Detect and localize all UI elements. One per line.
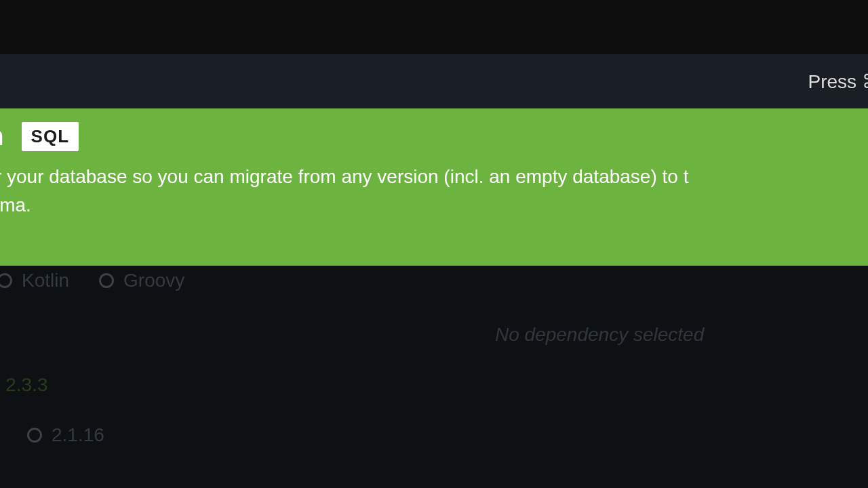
form-area: Kotlin Groovy No dependency selected OT)… (0, 266, 868, 488)
modal-dim-overlay (0, 266, 868, 488)
dependency-description-line2: schema. (0, 195, 31, 216)
version-radio-row-1: OT) 2.3.3 (0, 374, 48, 396)
radio-groovy[interactable]: Groovy (99, 270, 184, 291)
window-topbar (0, 0, 868, 54)
dependency-banner[interactable]: ration SQL ol for your database so you c… (0, 108, 868, 266)
radio-version-2-3-3[interactable]: 2.3.3 (0, 374, 48, 396)
radio-label: Groovy (123, 270, 184, 291)
radio-icon (99, 273, 114, 288)
radio-label: 2.1.16 (52, 424, 104, 446)
radio-label: 2.3.3 (5, 374, 47, 396)
radio-label: Kotlin (22, 270, 69, 291)
language-radio-row: Kotlin Groovy (0, 270, 184, 291)
dependency-description-line1: ol for your database so you can migrate … (0, 166, 688, 187)
radio-kotlin[interactable]: Kotlin (0, 270, 69, 291)
no-dependency-text: No dependency selected (495, 324, 704, 346)
dependency-description: ol for your database so you can migrate … (0, 163, 868, 220)
keyboard-hint: Press ⌘ fo (808, 70, 868, 93)
dependency-title: ration (0, 122, 4, 151)
radio-icon (27, 428, 42, 443)
dependency-tag-sql: SQL (22, 122, 79, 151)
radio-version-2-1-16[interactable]: 2.1.16 (27, 424, 104, 446)
radio-icon (0, 273, 12, 288)
hint-bar: Press ⌘ fo (0, 54, 868, 108)
version-radio-row-2: 2.1.16 (27, 424, 104, 446)
